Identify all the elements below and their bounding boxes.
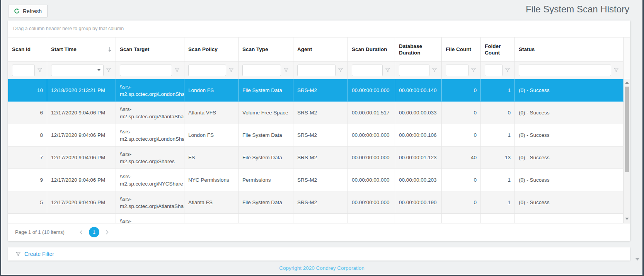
cell-file_count: 0: [442, 102, 481, 124]
cell-scan_duration: [348, 214, 395, 223]
filter-funnel-icon[interactable]: [35, 68, 45, 72]
filter-input-field-scan_id[interactable]: [15, 67, 32, 73]
cell-file_count: 0: [442, 79, 481, 102]
column-header-scan_id[interactable]: Scan Id: [8, 37, 47, 61]
scrollbar-thumb[interactable]: [625, 87, 629, 172]
filter-funnel-icon[interactable]: [469, 68, 479, 72]
cell-scan_policy: NYC Permissions: [184, 169, 239, 191]
table-row[interactable]: 712/17/2020 9:04:06 PM\\srs-m2.sp.cctec.…: [8, 147, 624, 169]
grid-area: Scan IdStart TimeScan TargetScan PolicyS…: [8, 37, 630, 223]
filter-funnel-icon[interactable]: [336, 68, 346, 72]
table-row[interactable]: 612/17/2020 9:04:06 PM\\srs-m2.sp.cctec.…: [8, 102, 624, 124]
cell-folder_count: 1: [481, 124, 515, 147]
cell-scan_target: \\srs-: [116, 214, 184, 223]
date-dropdown-caret-icon[interactable]: [97, 69, 101, 71]
cell-start_time: 12/17/2020 9:04:06 PM: [47, 147, 116, 169]
filter-input-field-scan_type[interactable]: [245, 67, 278, 73]
group-panel[interactable]: Drag a column header here to group by th…: [8, 20, 630, 37]
filter-input-field-file_count[interactable]: [449, 67, 465, 73]
pager-prev-button[interactable]: [77, 228, 85, 237]
filter-input-field-agent[interactable]: [300, 67, 332, 73]
column-header-label: Status: [519, 46, 535, 53]
copyright-link[interactable]: Copyright 2020 Condrey Corporation: [279, 265, 365, 271]
table-row[interactable]: 1012/18/2020 2:13:21 PM\\srs-m2.sp.cctec…: [8, 79, 624, 102]
column-header-start_time[interactable]: Start Time: [47, 37, 116, 61]
filter-input-field-scan_duration[interactable]: [355, 67, 380, 73]
filter-funnel-icon[interactable]: [281, 68, 291, 72]
column-header-label: Database Duration: [399, 43, 438, 56]
table-row[interactable]: 512/17/2020 9:04:06 PM\\srs-m2.sp.cctec.…: [8, 191, 624, 214]
filter-input-field-database_duration[interactable]: [402, 67, 426, 73]
filter-input-scan_target[interactable]: [120, 65, 172, 76]
filter-cell-folder_count: [481, 61, 515, 79]
column-header-scan_policy[interactable]: Scan Policy: [184, 37, 239, 61]
filter-cell-file_count: [442, 61, 481, 79]
cell-start_time: [47, 214, 116, 223]
scrollbar-track[interactable]: [624, 79, 630, 223]
cell-status: [515, 214, 624, 223]
filter-cell-scan_id: [8, 61, 47, 79]
cell-scan_target: \\srs-m2.sp.cctec.org\Shares: [116, 147, 184, 169]
filter-funnel-icon[interactable]: [503, 68, 513, 72]
top-toolbar: Refresh File System Scan History: [8, 5, 631, 20]
filter-input-file_count[interactable]: [446, 65, 469, 76]
filter-funnel-icon[interactable]: [611, 68, 621, 72]
column-header-scan_target[interactable]: Scan Target: [116, 37, 184, 61]
cell-scan_id: 6: [8, 102, 47, 124]
filter-input-field-scan_policy[interactable]: [191, 67, 223, 73]
column-header-folder_count[interactable]: Folder Count: [481, 37, 515, 61]
filter-input-database_duration[interactable]: [399, 65, 429, 76]
cell-status: (0) - Success: [515, 147, 624, 169]
column-header-scan_duration[interactable]: Scan Duration: [348, 37, 395, 61]
scrollbar-up-arrow-icon[interactable]: [625, 82, 629, 84]
filter-input-scan_id[interactable]: [12, 65, 35, 76]
filter-input-start_time[interactable]: [51, 65, 104, 76]
table-row[interactable]: 912/17/2020 9:04:06 PM\\srs-m2.sp.cctec.…: [8, 169, 624, 191]
create-filter-button[interactable]: Create Filter: [16, 251, 54, 257]
filter-cell-scan_policy: [184, 61, 239, 79]
cell-database_duration: 00.00:00:01.123: [395, 147, 442, 169]
cell-database_duration: 00.00:00:00.190: [395, 191, 442, 214]
filter-input-folder_count[interactable]: [485, 65, 503, 76]
filter-input-scan_duration[interactable]: [352, 65, 383, 76]
cell-file_count: 0: [442, 191, 481, 214]
filter-input-scan_type[interactable]: [242, 65, 281, 76]
table-row[interactable]: 812/17/2020 9:04:06 PM\\srs-m2.sp.cctec.…: [8, 124, 624, 147]
filter-funnel-icon[interactable]: [226, 68, 236, 72]
column-header-scan_type[interactable]: Scan Type: [239, 37, 293, 61]
column-header-label: Scan Id: [12, 46, 31, 53]
page-title: File System Scan History: [526, 4, 629, 15]
table-row[interactable]: \\srs-: [8, 214, 624, 223]
column-header-status[interactable]: Status: [515, 37, 624, 61]
filter-funnel-icon[interactable]: [429, 68, 440, 72]
scrollbar-down-arrow-icon[interactable]: [625, 218, 629, 220]
filter-input-status[interactable]: [519, 65, 611, 76]
grid-main: Scan IdStart TimeScan TargetScan PolicyS…: [8, 37, 624, 223]
cell-scan_policy: London FS: [184, 124, 239, 147]
filter-input-field-folder_count[interactable]: [488, 67, 499, 73]
filter-input-field-status[interactable]: [522, 67, 608, 73]
filter-input-scan_policy[interactable]: [188, 65, 226, 76]
cell-scan_policy: [184, 214, 239, 223]
column-header-agent[interactable]: Agent: [293, 37, 348, 61]
refresh-button[interactable]: Refresh: [8, 5, 48, 17]
column-header-label: Folder Count: [485, 43, 511, 56]
filter-funnel-icon[interactable]: [383, 68, 393, 72]
column-header-database_duration[interactable]: Database Duration: [395, 37, 442, 61]
cell-folder_count: 13: [481, 147, 515, 169]
filter-input-agent[interactable]: [297, 65, 336, 76]
cell-folder_count: [481, 214, 515, 223]
cell-database_duration: [395, 214, 442, 223]
cell-scan_target: \\srs-m2.sp.cctec.org\NYCShare: [116, 169, 184, 191]
cell-scan_type: Volume Free Space: [239, 102, 293, 124]
scan-history-grid: Drag a column header here to group by th…: [8, 20, 630, 241]
filter-funnel-icon[interactable]: [104, 68, 114, 72]
filter-input-field-scan_target[interactable]: [123, 67, 169, 73]
page-scrollbar-down-arrow-icon[interactable]: [635, 258, 639, 261]
cell-scan_id: 7: [8, 147, 47, 169]
filter-funnel-icon[interactable]: [172, 68, 182, 72]
pager-next-button[interactable]: [103, 228, 111, 237]
pager-page-button[interactable]: 1: [89, 227, 99, 237]
column-header-file_count[interactable]: File Count: [442, 37, 481, 61]
filter-input-field-start_time[interactable]: [54, 67, 96, 73]
